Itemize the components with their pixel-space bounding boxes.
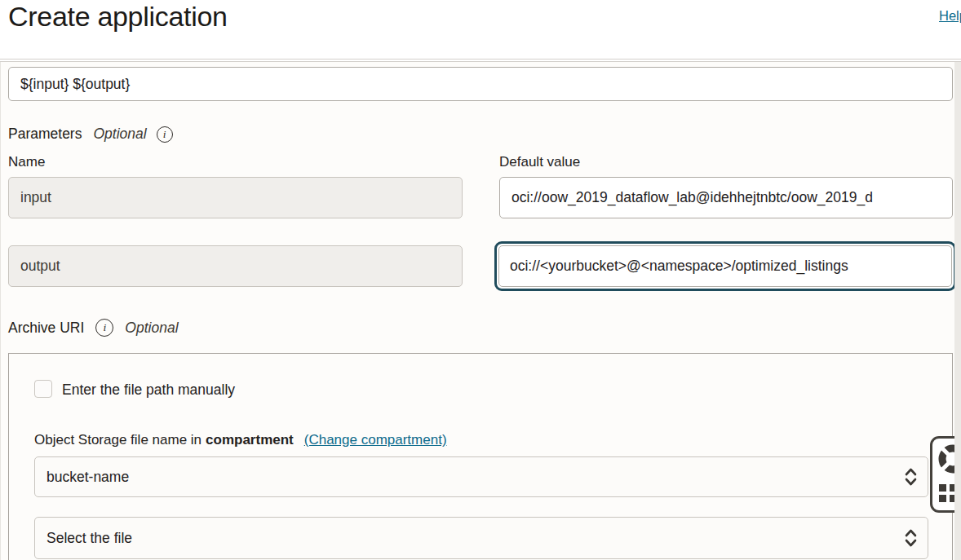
content-top-border [0, 61, 961, 62]
header-divider [0, 59, 961, 60]
change-compartment-link[interactable]: (Change compartment) [304, 432, 447, 448]
info-icon[interactable] [95, 319, 113, 337]
enter-file-path-checkbox[interactable] [34, 380, 52, 398]
file-select-value: Select the file [46, 530, 132, 547]
archive-uri-optional-label: Optional [125, 320, 178, 337]
archive-uri-section-header: Archive URI Optional [8, 319, 179, 337]
archive-uri-label: Archive URI [8, 320, 84, 337]
parameter-default-input-focused[interactable]: oci://<yourbucket>@<namespace>/optimized… [494, 241, 956, 291]
parameter-default-inner: oci://<yourbucket>@<namespace>/optimized… [498, 245, 952, 287]
parameters-optional-label: Optional [93, 126, 146, 143]
arguments-input[interactable]: ${input} ${output} [8, 67, 953, 101]
file-select[interactable]: Select the file [34, 517, 928, 559]
select-chevrons-icon [905, 467, 917, 487]
parameter-default-value: oci://<yourbucket>@<namespace>/optimized… [510, 258, 848, 275]
content-left-edge [0, 62, 1, 560]
bucket-select[interactable]: bucket-name [34, 456, 928, 497]
parameter-default-value: oci://oow_2019_dataflow_lab@idehhejtnbtc… [512, 189, 873, 206]
object-storage-label: Object Storage file name in [34, 432, 202, 448]
arguments-value: ${input} ${output} [20, 76, 130, 93]
select-chevrons-icon [905, 528, 917, 548]
bucket-select-value: bucket-name [46, 469, 129, 486]
page-title: Create application [8, 1, 228, 33]
object-storage-file-line: Object Storage file name in compartment … [34, 432, 447, 448]
info-icon[interactable] [157, 126, 173, 143]
page-right-gutter[interactable] [954, 62, 961, 560]
parameters-label: Parameters [8, 126, 82, 143]
parameters-section-header: Parameters Optional [8, 126, 173, 143]
parameter-name-value: input [20, 189, 51, 206]
create-application-page: Create application Help ${input} ${outpu… [0, 0, 961, 560]
parameter-name-value: output [20, 258, 60, 275]
help-link[interactable]: Help [939, 8, 961, 24]
compartment-name: compartment [206, 432, 294, 448]
name-column-header: Name [8, 154, 45, 170]
parameter-name-input[interactable]: input [8, 177, 463, 218]
parameter-default-input[interactable]: oci://oow_2019_dataflow_lab@idehhejtnbtc… [499, 177, 953, 218]
parameter-name-input[interactable]: output [8, 245, 463, 287]
default-value-column-header: Default value [499, 154, 580, 170]
enter-file-path-label: Enter the file path manually [62, 381, 235, 399]
